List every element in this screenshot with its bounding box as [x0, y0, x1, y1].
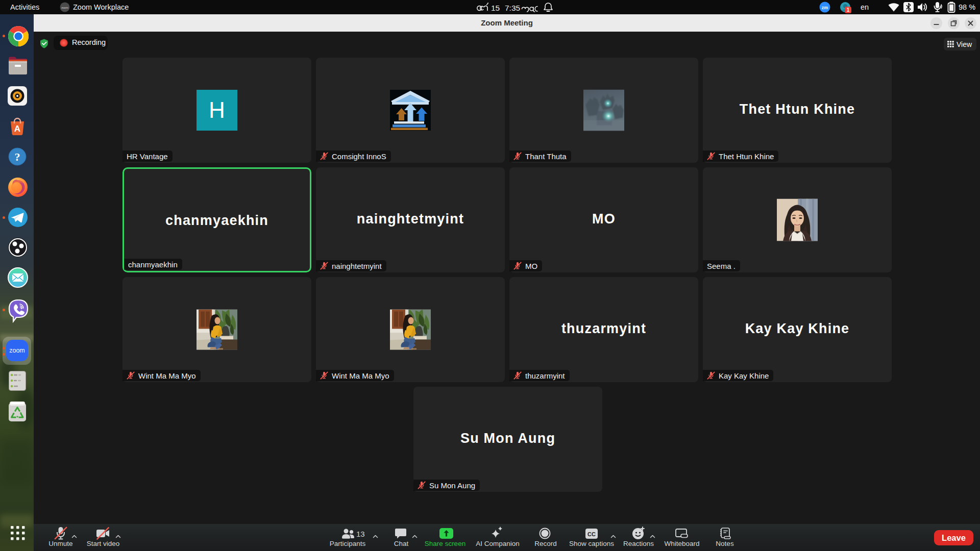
svg-text:CC: CC — [587, 531, 596, 537]
svg-text:zoom: zoom — [61, 6, 68, 9]
svg-text:?: ? — [15, 151, 20, 163]
svg-text:15: 15 — [491, 4, 500, 12]
svg-text:1: 1 — [847, 7, 850, 13]
svg-text:A: A — [14, 124, 20, 134]
svg-text:7:35: 7:35 — [505, 4, 520, 12]
svg-text:zm: zm — [822, 5, 828, 10]
